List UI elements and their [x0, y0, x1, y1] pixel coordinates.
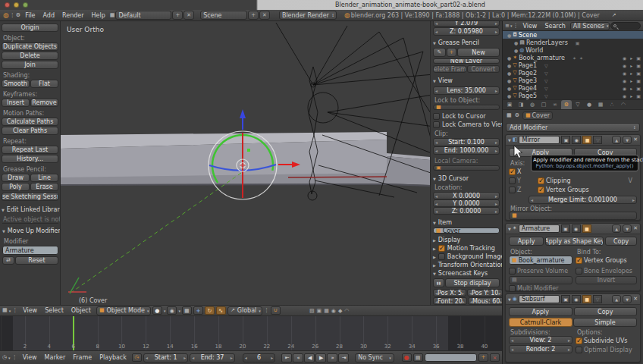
vertex-group-field[interactable]: ▤ — [509, 276, 572, 284]
layers-widget[interactable]: ▦ — [182, 306, 192, 315]
window-gear-icon[interactable]: ⚙ — [16, 13, 20, 18]
layout-selector[interactable]: Default — [115, 11, 171, 20]
modifier-name-input[interactable]: Armature — [2, 246, 58, 255]
manipulator-scale-toggle[interactable]: ↔ — [216, 306, 226, 315]
minimize-window-button[interactable] — [14, 2, 19, 8]
restrict-select-icon[interactable]: ▸ — [630, 78, 632, 83]
subsurf-apply-button[interactable]: Apply — [509, 307, 572, 316]
move-modifier-up-button[interactable]: ▲ — [612, 224, 621, 233]
viewport-visibility-toggle[interactable]: ◉ — [572, 295, 581, 303]
translate-z-handle[interactable] — [240, 109, 246, 130]
transform-z-field[interactable]: Z: 0.05980 — [433, 27, 500, 36]
convert-button[interactable]: Convert — [467, 65, 500, 73]
mirror-name-field[interactable]: Mirror — [519, 136, 560, 144]
gp-line-button[interactable]: Line — [30, 174, 58, 182]
restrict-select-icon[interactable]: ▸ — [630, 71, 632, 76]
transform-y-field[interactable]: Y 2.079 — [433, 21, 500, 27]
breadcrumb-object-chip[interactable]: ■ Cover — [522, 111, 553, 120]
clip-end-field[interactable]: End: 1000.000 — [433, 146, 500, 155]
stop-display-button[interactable]: Stop display — [445, 278, 500, 287]
repeat-last-button[interactable]: Repeat Last — [2, 146, 58, 154]
record-button[interactable]: ● — [402, 353, 412, 362]
move-modifier-down-button[interactable]: ▼ — [623, 295, 632, 303]
properties-tab[interactable]: ◨ — [516, 100, 526, 109]
menu-item[interactable]: Render — [58, 12, 87, 19]
mirror-vertex-groups-checkbox[interactable] — [538, 187, 544, 193]
motion-tracking-checkbox[interactable] — [438, 245, 445, 252]
sync-dropdown[interactable]: No Sync ▾ — [355, 353, 394, 362]
mode-selector[interactable]: ■ Object Mode ▾ — [96, 306, 151, 315]
move-modifier-down-button[interactable]: ▼ — [623, 136, 632, 144]
menu-item[interactable]: Help — [88, 12, 109, 19]
delete-modifier-icon[interactable]: ✕ — [633, 297, 638, 302]
timeline-menu-item[interactable]: Marker — [41, 354, 70, 361]
properties-tab[interactable]: ▽ — [572, 100, 583, 109]
properties-tab[interactable]: ◍ — [527, 100, 538, 109]
gp-erase-button[interactable]: Erase — [30, 183, 58, 191]
edit-mode-toggle[interactable]: ■ — [582, 136, 591, 144]
cursor-3d-panel-header[interactable]: 3D Cursor — [433, 175, 500, 182]
outliner-expand-dot[interactable]: ● — [507, 93, 511, 99]
bind-vertex-groups-checkbox[interactable] — [576, 257, 582, 264]
delete-button[interactable]: Delete — [2, 52, 58, 60]
outliner-expand-dot[interactable]: ● — [507, 33, 511, 38]
view-panel-header[interactable]: View — [433, 77, 500, 84]
transform-orientations-panel-header[interactable]: Transform Orientations — [433, 262, 500, 268]
mirror-y-checkbox[interactable] — [509, 177, 516, 184]
cursor-x-field[interactable]: X 0.0000 — [433, 192, 500, 199]
display-panel-header[interactable]: Display — [433, 237, 500, 243]
apply-as-shape-key-button[interactable]: Apply as Shape Key — [545, 237, 604, 246]
flat-button[interactable]: Flat — [30, 80, 58, 88]
clear-paths-button[interactable]: Clear Paths — [2, 127, 58, 135]
timeline-menu-item[interactable]: Playback — [96, 354, 130, 361]
origin-button[interactable]: Origin — [2, 24, 58, 32]
armature-apply-button[interactable]: Apply — [509, 237, 544, 246]
gp-new-button[interactable]: New — [457, 48, 500, 57]
lock-to-cursor-row[interactable]: Lock to Cursor — [433, 113, 500, 120]
close-window-button[interactable] — [5, 2, 10, 8]
add-layout-button[interactable]: + — [172, 11, 183, 20]
use-sketching-session-toggle[interactable]: Use Sketching Sessio — [2, 193, 58, 201]
mouse-size-field[interactable]: Mous: 60 — [468, 297, 502, 305]
header-tool-icon[interactable]: ▦ — [324, 308, 329, 314]
merge-limit-field[interactable]: Merge Limit: 0.001000 — [529, 196, 637, 204]
remove-keyframe-button[interactable]: Remove — [30, 99, 58, 107]
orientation-selector[interactable]: ↗ Global ▾ — [227, 306, 262, 315]
background-images-panel-header[interactable]: Background Images — [433, 253, 500, 260]
view3d-editor-icon[interactable]: ▦ — [2, 308, 8, 313]
delete-layout-button[interactable]: ✕ — [183, 11, 194, 20]
manipulator-translate-toggle[interactable]: + — [193, 306, 203, 315]
restrict-select-icon[interactable]: ▸ — [630, 55, 632, 61]
viewport-visibility-toggle[interactable]: ◉ — [572, 136, 581, 144]
operator-panel-header[interactable]: Move Up Modifier — [2, 228, 58, 234]
gp-draw-button[interactable]: Draw — [2, 174, 30, 182]
restrict-select-icon[interactable]: ▸ — [630, 93, 632, 99]
auto-keying-mode-icon[interactable]: ▤ — [413, 353, 423, 362]
object-name-field[interactable]: ■Cover — [433, 228, 500, 234]
duplicate-objects-button[interactable]: Duplicate Objects — [2, 42, 58, 51]
timeline-menu-item[interactable]: Frame — [69, 354, 96, 361]
delete-scene-button[interactable]: ✕ — [259, 11, 270, 20]
playback-button[interactable]: ◀ — [304, 353, 315, 362]
playback-button[interactable]: « — [293, 353, 303, 362]
properties-tab[interactable]: ∴ — [607, 100, 617, 109]
pivot-point-dropdown[interactable]: ◉ — [167, 306, 177, 315]
lock-object-field[interactable]: ■ — [433, 105, 500, 110]
cage-toggle[interactable]: ▽ — [593, 295, 602, 303]
pos-x-field[interactable]: Pos X: 5 — [433, 289, 466, 297]
delete-modifier-icon[interactable]: ✕ — [633, 226, 638, 231]
menu-item[interactable]: Add — [39, 12, 59, 19]
outliner-menu-item[interactable]: Search — [541, 23, 569, 30]
move-modifier-up-button[interactable]: ▲ — [612, 295, 621, 303]
subsurf-copy-button[interactable]: Copy — [574, 307, 638, 316]
outliner-expand-dot[interactable]: ● — [514, 40, 518, 46]
end-frame-field[interactable]: End: 37 — [190, 353, 234, 362]
header-tool-icon[interactable]: ◠ — [344, 308, 349, 314]
menu-item[interactable]: File — [21, 12, 39, 19]
view3d-menu-item[interactable]: Object — [67, 307, 95, 314]
pause-button[interactable]: ▮▮ — [433, 278, 444, 287]
catmull-clark-button[interactable]: Catmull-Clark — [509, 318, 572, 327]
properties-tab[interactable]: ◠ — [618, 100, 629, 109]
view3d-menu-item[interactable]: Select — [41, 307, 67, 314]
new-layer-button[interactable]: New Layer — [433, 58, 500, 64]
